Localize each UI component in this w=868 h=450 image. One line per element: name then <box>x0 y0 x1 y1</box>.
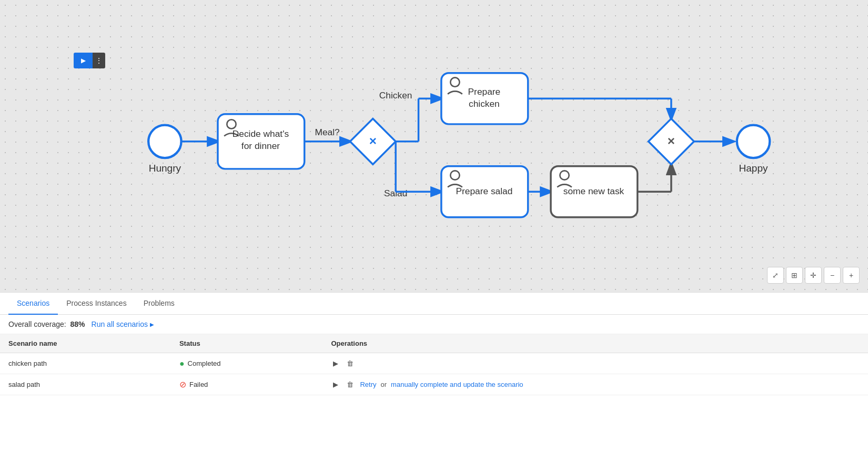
svg-point-0 <box>148 125 181 158</box>
tab-scenarios[interactable]: Scenarios <box>8 293 58 315</box>
diagram-canvas: Hungry Decide what's for dinner Meal? × … <box>0 0 868 292</box>
coverage-label: Overall coverage: 88% <box>8 320 85 328</box>
map-button[interactable]: ⊞ <box>786 267 803 284</box>
completed-icon: ● <box>179 359 185 368</box>
retry-link[interactable]: Retry <box>360 381 376 388</box>
or-text: or <box>381 381 387 388</box>
failed-icon: ⊘ <box>179 379 186 389</box>
svg-text:Prepare: Prepare <box>468 86 501 97</box>
status-label: Failed <box>189 381 208 388</box>
svg-point-35 <box>737 125 770 158</box>
scenario-table: Scenario name Status Operations chicken … <box>0 334 868 395</box>
tab-problems[interactable]: Problems <box>135 293 183 315</box>
scenario-table-container: Scenario name Status Operations chicken … <box>0 334 868 450</box>
center-button[interactable]: ✛ <box>805 267 822 284</box>
scenario-name-cell: chicken path <box>0 353 171 374</box>
col-status: Status <box>171 334 323 353</box>
svg-text:Meal?: Meal? <box>315 127 339 137</box>
table-header-row: Scenario name Status Operations <box>0 334 868 353</box>
svg-text:some new task: some new task <box>563 186 624 196</box>
run-scenario-button[interactable]: ▶ <box>331 358 340 368</box>
expand-button[interactable]: ⤢ <box>767 267 784 284</box>
svg-text:Decide what's: Decide what's <box>233 128 289 139</box>
operations-cell: ▶ 🗑 Retry or manually complete and updat… <box>322 374 868 395</box>
delete-scenario-button[interactable]: 🗑 <box>345 379 356 389</box>
svg-text:×: × <box>369 134 377 148</box>
zoom-out-button[interactable]: − <box>824 267 841 284</box>
col-scenario-name: Scenario name <box>0 334 171 353</box>
scenario-name-cell: salad path <box>0 374 171 395</box>
hungry-label: Hungry <box>149 163 181 174</box>
col-operations: Operations <box>322 334 868 353</box>
svg-text:chicken: chicken <box>469 98 500 109</box>
svg-text:Happy: Happy <box>739 163 768 174</box>
tab-bar: Scenarios Process Instances Problems <box>0 293 868 315</box>
svg-text:Prepare salad: Prepare salad <box>456 186 512 196</box>
manual-complete-link[interactable]: manually complete and update the scenari… <box>391 381 523 388</box>
table-row: salad path ⊘ Failed ▶ 🗑 Retry or <box>0 374 868 395</box>
svg-text:for dinner: for dinner <box>241 141 280 151</box>
coverage-bar: Overall coverage: 88% Run all scenarios … <box>0 315 868 334</box>
status-cell: ● Completed <box>171 353 323 374</box>
svg-text:Chicken: Chicken <box>379 90 412 101</box>
delete-scenario-button[interactable]: 🗑 <box>345 358 356 368</box>
run-scenario-button[interactable]: ▶ <box>331 379 340 389</box>
status-label: Completed <box>188 359 221 367</box>
run-all-label: Run all scenarios <box>92 320 148 328</box>
operations-cell: ▶ 🗑 <box>322 353 868 374</box>
run-all-play-icon: ▶ <box>150 322 154 327</box>
diagram-controls: ⤢ ⊞ ✛ − + <box>767 267 860 284</box>
tab-process-instances[interactable]: Process Instances <box>58 293 135 315</box>
bottom-panel: Scenarios Process Instances Problems Ove… <box>0 292 868 450</box>
zoom-in-button[interactable]: + <box>843 267 860 284</box>
table-row: chicken path ● Completed ▶ 🗑 <box>0 353 868 374</box>
svg-text:×: × <box>668 134 675 148</box>
run-all-link[interactable]: Run all scenarios ▶ <box>92 320 154 328</box>
coverage-value: 88% <box>70 320 85 328</box>
bpmn-diagram: Hungry Decide what's for dinner Meal? × … <box>0 0 868 292</box>
status-cell: ⊘ Failed <box>171 374 323 395</box>
